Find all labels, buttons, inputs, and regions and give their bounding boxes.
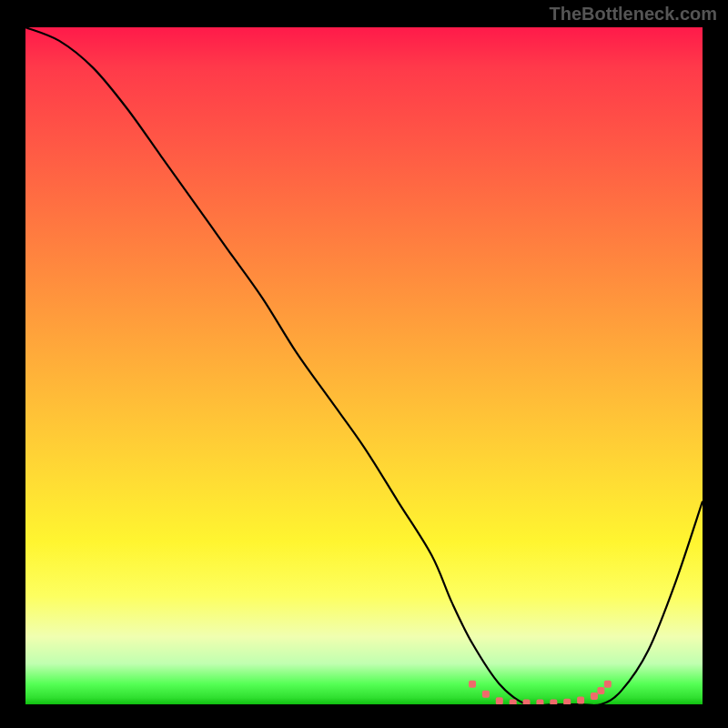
gradient-background	[25, 27, 703, 704]
chart-area	[25, 27, 703, 704]
attribution-text: TheBottleneck.com	[550, 4, 717, 25]
